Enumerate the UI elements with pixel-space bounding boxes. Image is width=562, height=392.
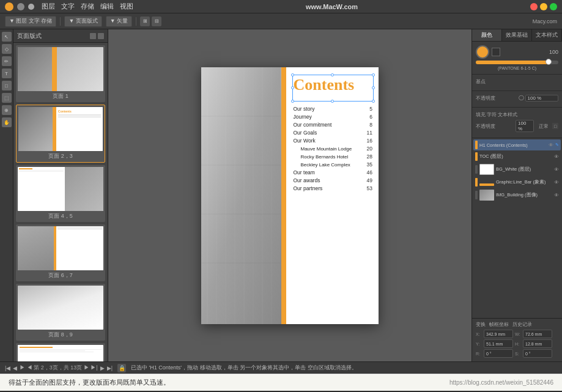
building-svg [201, 67, 281, 324]
menu-item-layers[interactable]: 图层 [42, 2, 55, 11]
pages-panel-header: 页面版式 [13, 29, 108, 43]
prev-btn[interactable]: ◀ [13, 365, 17, 371]
maximize-button[interactable] [550, 3, 557, 10]
pages-panel: 页面版式 页面 1 [13, 29, 108, 361]
page-thumb-5[interactable]: 页面 8，9 [16, 284, 105, 341]
view-btn[interactable]: ▼ 页面版式 [64, 16, 102, 27]
primary-color-swatch[interactable] [476, 45, 489, 59]
toc-row: Journey6 [294, 113, 373, 121]
toc-entry-label: Our partners [294, 185, 366, 193]
page-thumb-1[interactable]: 页面 1 [16, 45, 105, 102]
page-label-5: 页面 8，9 [18, 331, 103, 339]
transform-panel: 变换 帧框坐标 历史记录 X: 342.9 mm W: 72.6 mm Y: 5… [472, 318, 562, 361]
tab-color[interactable]: 颜色 [472, 29, 502, 41]
toc-entry-label: Our commitment [294, 121, 366, 129]
page-label-4: 页面 6，7 [18, 272, 103, 279]
slider-value: 100 [549, 49, 558, 55]
h-field[interactable]: 12.8 mm [523, 339, 552, 348]
color-slider[interactable] [476, 61, 558, 64]
w-field[interactable]: 72.6 mm [523, 330, 552, 338]
lock-icon[interactable]: 🔒 [117, 364, 126, 372]
page-navigation: |◀ ◀ ▶ ◀ 第 2，3页，共 13页 ▶ ▶| ▶ ▶| [5, 364, 113, 372]
layer-visibility-icon[interactable]: 👁 [554, 180, 559, 185]
toc-row: Our team46 [294, 169, 373, 177]
select-tool[interactable]: ↖ [2, 32, 12, 42]
close-button[interactable] [530, 3, 538, 10]
pages-panel-title: 页面版式 [17, 32, 42, 40]
y-label: Y: [476, 342, 482, 346]
hand-tool[interactable]: ✋ [2, 117, 12, 127]
layer-name-label: BG_White (图层) [496, 166, 552, 172]
slider-thumb [545, 59, 552, 65]
toc-entry-page: 8 [365, 121, 372, 129]
y-field[interactable]: 51.1 mm [484, 339, 513, 348]
contents-title-wrapper: Contents [294, 76, 373, 100]
shape-tool[interactable]: □ [2, 81, 12, 91]
s-field[interactable]: 0 ° [523, 349, 552, 358]
toc-row: Our Goals11 [294, 129, 373, 137]
canvas-area: Contents Our story5Journe [108, 29, 471, 361]
pages-add-icon[interactable] [90, 33, 96, 39]
layer-item[interactable]: H1 Contents (Contents)👁✎ [473, 139, 561, 150]
page-thumb-4[interactable]: 页面 6，7 [16, 224, 105, 281]
minimize-button[interactable] [540, 3, 547, 10]
menu-item-save[interactable]: 存储 [81, 2, 94, 11]
grid-icon[interactable]: ⊟ [152, 17, 161, 26]
layer-edit-icon[interactable]: ✎ [555, 142, 559, 147]
node-tool[interactable]: ◇ [2, 44, 12, 54]
layer-item[interactable]: Graphic:Line_Bar (象素)👁 [473, 177, 561, 188]
layer-visibility-icon[interactable]: 👁 [554, 193, 559, 198]
zoom-tool[interactable]: ⊕ [2, 105, 12, 115]
fill-section: 填充 字符 文本样式 不透明度 100 % 正常 □ [472, 108, 562, 138]
layer-dropdown[interactable]: ▼ 图层 文字 存储 [5, 16, 56, 27]
prev-first-btn[interactable]: |◀ [5, 365, 10, 371]
fill-opacity-value[interactable]: 100 % [516, 120, 534, 132]
pen-tool[interactable]: ✏ [2, 56, 12, 66]
status-bar: |◀ ◀ ▶ ◀ 第 2，3页，共 13页 ▶ ▶| ▶ ▶| 🔒 已选中 'H… [0, 361, 562, 374]
menubar-items: 图层 文字 存储 编辑 视图 [42, 2, 133, 11]
arrange-icon[interactable]: ⊞ [140, 17, 150, 26]
layer-visibility-icon[interactable]: 👁 [554, 154, 559, 160]
building-image [201, 67, 281, 324]
layer-item[interactable]: TOC (图层)👁 [473, 151, 561, 162]
layer-visibility-icon[interactable]: 👁 [554, 167, 559, 172]
toc-entry-page: 11 [365, 129, 372, 137]
next-btn[interactable]: ▶ [100, 365, 105, 371]
r-field[interactable]: 0 ° [484, 349, 513, 358]
fill-opacity-label: 不透明度 [476, 123, 513, 130]
transform-tab[interactable]: 变换 [476, 321, 486, 328]
layer-visibility-icon[interactable]: 👁 [549, 142, 553, 148]
history-tab[interactable]: 历史记录 [512, 321, 532, 328]
text-tool[interactable]: T [2, 68, 12, 78]
page-label-3: 页面 4，5 [18, 212, 103, 220]
page-thumb-3[interactable]: 页面 4，5 [16, 165, 105, 222]
toc-entry-label: Our Goals [294, 129, 366, 137]
x-field[interactable]: 342.9 mm [484, 330, 513, 338]
image-tool[interactable]: ⬚ [2, 93, 12, 103]
page-thumb-6[interactable]: 页面 10，11 [16, 343, 105, 361]
layer-thumbnail [479, 190, 494, 201]
toc-entry-page: 20 [365, 145, 372, 153]
tab-effects[interactable]: 效果基础 [502, 29, 532, 41]
toc-entry-page: 28 [365, 153, 372, 161]
transform-row-3: R: 0 ° S: 0 ° [476, 349, 558, 358]
pages-menu-icon[interactable] [98, 33, 104, 39]
opacity-value[interactable]: 100 % [525, 95, 559, 102]
menu-item-view[interactable]: 视图 [120, 2, 133, 11]
menu-item-text[interactable]: 文字 [61, 2, 75, 11]
fill-mode-icon[interactable]: □ [552, 123, 558, 129]
x-label: X: [476, 332, 482, 336]
frame-tab[interactable]: 帧框坐标 [489, 321, 509, 328]
next-last-btn[interactable]: ▶| [107, 365, 113, 371]
toc-row: Our awards49 [294, 177, 373, 185]
handle-bl [291, 100, 294, 103]
toc-entry-page: 53 [365, 185, 372, 193]
vector-btn[interactable]: ▼ 矢量 [106, 16, 132, 27]
app-icon-3 [28, 4, 34, 10]
layer-item[interactable]: BG_White (图层)👁 [473, 163, 561, 176]
layer-item[interactable]: IMG_Building (图像)👁 [473, 188, 561, 202]
page-thumb-2[interactable]: Contents 页面 2，3 [16, 105, 105, 163]
secondary-color-swatch[interactable] [492, 48, 500, 56]
tab-text[interactable]: 文本样式 [532, 29, 562, 41]
menu-item-edit[interactable]: 编辑 [100, 2, 114, 11]
